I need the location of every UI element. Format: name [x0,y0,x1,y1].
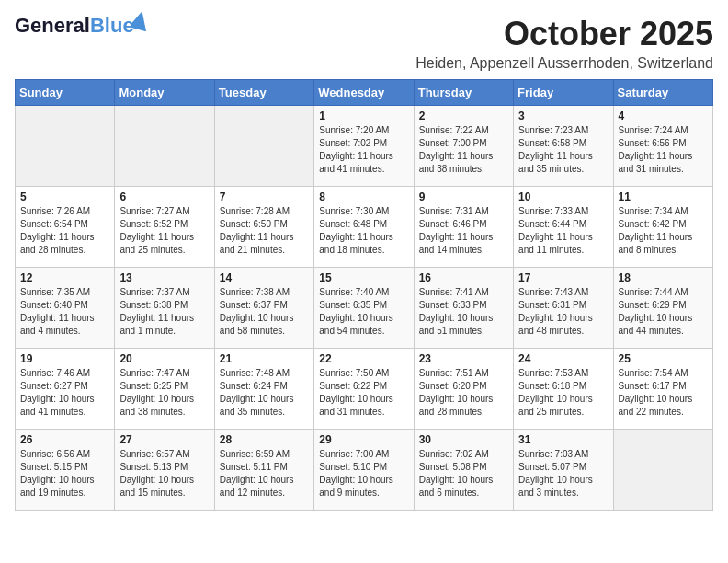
day-info: Sunrise: 7:24 AM Sunset: 6:56 PM Dayligh… [619,124,708,176]
day-number: 15 [319,271,408,284]
day-number: 14 [220,271,309,284]
calendar-day-cell: 22Sunrise: 7:50 AM Sunset: 6:22 PM Dayli… [314,349,414,430]
calendar-day-cell: 15Sunrise: 7:40 AM Sunset: 6:35 PM Dayli… [314,268,414,349]
weekday-header-cell: Sunday [16,80,115,106]
calendar-day-cell: 6Sunrise: 7:27 AM Sunset: 6:52 PM Daylig… [115,187,214,268]
day-info: Sunrise: 6:59 AM Sunset: 5:11 PM Dayligh… [220,448,309,500]
day-number: 30 [419,433,508,446]
calendar-day-cell: 16Sunrise: 7:41 AM Sunset: 6:33 PM Dayli… [414,268,513,349]
calendar-week-row: 5Sunrise: 7:26 AM Sunset: 6:54 PM Daylig… [16,187,713,268]
day-info: Sunrise: 7:37 AM Sunset: 6:38 PM Dayligh… [119,286,209,338]
day-number: 4 [619,109,708,122]
day-number: 2 [419,109,508,122]
day-info: Sunrise: 7:51 AM Sunset: 6:20 PM Dayligh… [419,367,508,419]
weekday-header-cell: Saturday [613,80,712,106]
day-info: Sunrise: 7:40 AM Sunset: 6:35 PM Dayligh… [319,286,408,338]
day-info: Sunrise: 7:26 AM Sunset: 6:54 PM Dayligh… [20,205,109,257]
calendar-day-cell: 25Sunrise: 7:54 AM Sunset: 6:17 PM Dayli… [613,349,712,430]
calendar-day-cell: 8Sunrise: 7:30 AM Sunset: 6:48 PM Daylig… [314,187,414,268]
day-number: 19 [20,352,109,365]
svg-marker-0 [131,11,149,31]
weekday-header-cell: Thursday [414,80,513,106]
day-info: Sunrise: 7:03 AM Sunset: 5:07 PM Dayligh… [518,448,608,500]
day-number: 20 [119,352,209,365]
calendar-day-cell: 31Sunrise: 7:03 AM Sunset: 5:07 PM Dayli… [514,430,613,511]
day-number: 24 [518,352,608,365]
day-number: 9 [419,190,508,203]
day-info: Sunrise: 7:48 AM Sunset: 6:24 PM Dayligh… [220,367,309,419]
page-header: GeneralBlue October 2025 Heiden, Appenze… [15,15,713,72]
day-info: Sunrise: 7:41 AM Sunset: 6:33 PM Dayligh… [419,286,508,338]
day-info: Sunrise: 7:54 AM Sunset: 6:17 PM Dayligh… [619,367,708,419]
calendar-day-cell: 21Sunrise: 7:48 AM Sunset: 6:24 PM Dayli… [214,349,313,430]
calendar-day-cell: 20Sunrise: 7:47 AM Sunset: 6:25 PM Dayli… [115,349,214,430]
calendar-day-cell: 11Sunrise: 7:34 AM Sunset: 6:42 PM Dayli… [613,187,712,268]
location-title: Heiden, Appenzell Ausserrhoden, Switzerl… [415,55,713,72]
logo-arrow-icon [131,11,149,31]
calendar-week-row: 1Sunrise: 7:20 AM Sunset: 7:02 PM Daylig… [16,106,713,187]
title-block: October 2025 Heiden, Appenzell Ausserrho… [415,15,713,72]
calendar-day-cell: 9Sunrise: 7:31 AM Sunset: 6:46 PM Daylig… [414,187,513,268]
calendar-day-cell: 7Sunrise: 7:28 AM Sunset: 6:50 PM Daylig… [214,187,313,268]
calendar-day-cell: 12Sunrise: 7:35 AM Sunset: 6:40 PM Dayli… [16,268,115,349]
day-number: 13 [119,271,209,284]
day-info: Sunrise: 6:56 AM Sunset: 5:15 PM Dayligh… [20,448,109,500]
calendar-table: SundayMondayTuesdayWednesdayThursdayFrid… [15,79,713,511]
calendar-day-cell: 18Sunrise: 7:44 AM Sunset: 6:29 PM Dayli… [613,268,712,349]
logo: GeneralBlue [15,15,149,37]
calendar-week-row: 12Sunrise: 7:35 AM Sunset: 6:40 PM Dayli… [16,268,713,349]
day-number: 11 [619,190,708,203]
day-number: 22 [319,352,408,365]
day-number: 29 [319,433,408,446]
day-number: 5 [20,190,109,203]
day-info: Sunrise: 7:47 AM Sunset: 6:25 PM Dayligh… [119,367,209,419]
day-info: Sunrise: 7:02 AM Sunset: 5:08 PM Dayligh… [419,448,508,500]
day-info: Sunrise: 7:27 AM Sunset: 6:52 PM Dayligh… [119,205,209,257]
day-info: Sunrise: 7:46 AM Sunset: 6:27 PM Dayligh… [20,367,109,419]
day-number: 3 [518,109,608,122]
day-number: 7 [220,190,309,203]
calendar-week-row: 26Sunrise: 6:56 AM Sunset: 5:15 PM Dayli… [16,430,713,511]
day-info: Sunrise: 7:34 AM Sunset: 6:42 PM Dayligh… [619,205,708,257]
calendar-body: 1Sunrise: 7:20 AM Sunset: 7:02 PM Daylig… [16,106,713,511]
day-number: 1 [319,109,408,122]
day-number: 25 [619,352,708,365]
day-info: Sunrise: 7:22 AM Sunset: 7:00 PM Dayligh… [419,124,508,176]
day-info: Sunrise: 7:35 AM Sunset: 6:40 PM Dayligh… [20,286,109,338]
calendar-day-cell [16,106,115,187]
day-info: Sunrise: 6:57 AM Sunset: 5:13 PM Dayligh… [119,448,209,500]
day-number: 27 [119,433,209,446]
weekday-header-row: SundayMondayTuesdayWednesdayThursdayFrid… [16,80,713,106]
day-info: Sunrise: 7:44 AM Sunset: 6:29 PM Dayligh… [619,286,708,338]
day-info: Sunrise: 7:53 AM Sunset: 6:18 PM Dayligh… [518,367,608,419]
weekday-header-cell: Tuesday [214,80,313,106]
calendar-day-cell: 28Sunrise: 6:59 AM Sunset: 5:11 PM Dayli… [214,430,313,511]
day-number: 23 [419,352,508,365]
calendar-day-cell: 5Sunrise: 7:26 AM Sunset: 6:54 PM Daylig… [16,187,115,268]
day-number: 16 [419,271,508,284]
day-info: Sunrise: 7:38 AM Sunset: 6:37 PM Dayligh… [220,286,309,338]
weekday-header-cell: Monday [115,80,214,106]
weekday-header-cell: Friday [514,80,613,106]
day-number: 21 [220,352,309,365]
calendar-week-row: 19Sunrise: 7:46 AM Sunset: 6:27 PM Dayli… [16,349,713,430]
calendar-day-cell [115,106,214,187]
day-info: Sunrise: 7:50 AM Sunset: 6:22 PM Dayligh… [319,367,408,419]
calendar-day-cell: 1Sunrise: 7:20 AM Sunset: 7:02 PM Daylig… [314,106,414,187]
calendar-day-cell: 30Sunrise: 7:02 AM Sunset: 5:08 PM Dayli… [414,430,513,511]
calendar-day-cell: 24Sunrise: 7:53 AM Sunset: 6:18 PM Dayli… [514,349,613,430]
logo-text: GeneralBlue [15,15,134,37]
day-number: 31 [518,433,608,446]
day-info: Sunrise: 7:20 AM Sunset: 7:02 PM Dayligh… [319,124,408,176]
calendar-day-cell: 29Sunrise: 7:00 AM Sunset: 5:10 PM Dayli… [314,430,414,511]
calendar-day-cell: 2Sunrise: 7:22 AM Sunset: 7:00 PM Daylig… [414,106,513,187]
calendar-day-cell: 4Sunrise: 7:24 AM Sunset: 6:56 PM Daylig… [613,106,712,187]
day-number: 12 [20,271,109,284]
calendar-day-cell: 13Sunrise: 7:37 AM Sunset: 6:38 PM Dayli… [115,268,214,349]
month-title: October 2025 [415,15,713,53]
calendar-day-cell: 17Sunrise: 7:43 AM Sunset: 6:31 PM Dayli… [514,268,613,349]
day-info: Sunrise: 7:30 AM Sunset: 6:48 PM Dayligh… [319,205,408,257]
calendar-day-cell: 19Sunrise: 7:46 AM Sunset: 6:27 PM Dayli… [16,349,115,430]
day-info: Sunrise: 7:33 AM Sunset: 6:44 PM Dayligh… [518,205,608,257]
calendar-day-cell: 23Sunrise: 7:51 AM Sunset: 6:20 PM Dayli… [414,349,513,430]
